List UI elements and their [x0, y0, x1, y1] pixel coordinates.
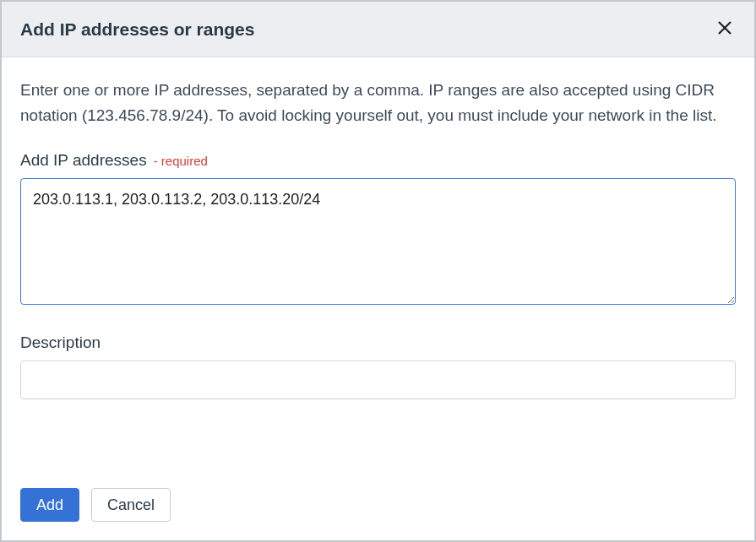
add-button[interactable]: Add — [20, 488, 79, 522]
dialog-title: Add IP addresses or ranges — [20, 19, 254, 40]
required-indicator: - required — [154, 154, 208, 168]
ip-addresses-field-group: Add IP addresses - required — [20, 151, 736, 308]
ip-addresses-label-row: Add IP addresses - required — [20, 151, 736, 170]
instructions-text: Enter one or more IP addresses, separate… — [20, 78, 736, 129]
dialog-header: Add IP addresses or ranges — [2, 2, 754, 57]
description-label-row: Description — [20, 333, 736, 352]
ip-addresses-label: Add IP addresses — [20, 151, 147, 170]
description-field-group: Description — [20, 333, 736, 399]
ip-addresses-input[interactable] — [20, 178, 736, 305]
close-button[interactable] — [714, 17, 736, 41]
dialog-footer: Add Cancel — [2, 488, 754, 540]
dialog-body: Enter one or more IP addresses, separate… — [2, 57, 754, 488]
description-label: Description — [20, 333, 101, 352]
description-input[interactable] — [20, 360, 736, 399]
close-icon — [717, 20, 732, 38]
cancel-button[interactable]: Cancel — [91, 488, 171, 522]
add-ip-dialog: Add IP addresses or ranges Enter one or … — [0, 0, 756, 542]
